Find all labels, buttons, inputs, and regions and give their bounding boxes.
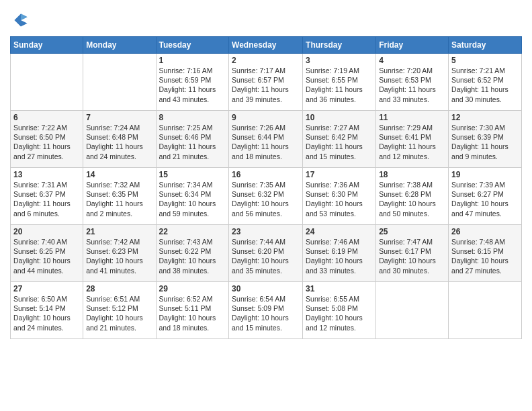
day-of-week-header: Tuesday: [156, 37, 229, 54]
calendar-cell: [11, 54, 83, 111]
calendar-cell: 20Sunrise: 7:40 AM Sunset: 6:25 PM Dayli…: [11, 225, 83, 282]
calendar-cell: [376, 282, 449, 339]
day-number: 16: [232, 170, 300, 179]
calendar-cell: 27Sunrise: 6:50 AM Sunset: 5:14 PM Dayli…: [11, 282, 83, 339]
calendar-cell: 14Sunrise: 7:32 AM Sunset: 6:35 PM Dayli…: [83, 168, 156, 225]
day-info: Sunrise: 7:25 AM Sunset: 6:46 PM Dayligh…: [159, 123, 226, 161]
calendar-cell: 3Sunrise: 7:19 AM Sunset: 6:55 PM Daylig…: [303, 54, 376, 111]
day-number: 13: [13, 170, 80, 179]
day-info: Sunrise: 6:51 AM Sunset: 5:12 PM Dayligh…: [86, 294, 152, 332]
day-of-week-header: Wednesday: [229, 37, 303, 54]
day-number: 6: [13, 113, 80, 122]
day-info: Sunrise: 7:24 AM Sunset: 6:48 PM Dayligh…: [86, 123, 152, 161]
calendar-cell: 17Sunrise: 7:36 AM Sunset: 6:30 PM Dayli…: [303, 168, 376, 225]
day-info: Sunrise: 6:50 AM Sunset: 5:14 PM Dayligh…: [13, 294, 80, 332]
day-info: Sunrise: 7:36 AM Sunset: 6:30 PM Dayligh…: [306, 180, 373, 218]
day-info: Sunrise: 7:46 AM Sunset: 6:19 PM Dayligh…: [306, 237, 373, 275]
calendar-cell: 28Sunrise: 6:51 AM Sunset: 5:12 PM Dayli…: [83, 282, 156, 339]
day-number: 30: [232, 284, 300, 293]
day-number: 28: [86, 284, 152, 293]
calendar-cell: 24Sunrise: 7:46 AM Sunset: 6:19 PM Dayli…: [303, 225, 376, 282]
day-of-week-header: Saturday: [449, 37, 522, 54]
day-number: 15: [159, 170, 226, 179]
day-info: Sunrise: 7:30 AM Sunset: 6:39 PM Dayligh…: [451, 123, 519, 161]
calendar-cell: 31Sunrise: 6:55 AM Sunset: 5:08 PM Dayli…: [303, 282, 376, 339]
calendar-cell: 5Sunrise: 7:21 AM Sunset: 6:52 PM Daylig…: [449, 54, 522, 111]
day-info: Sunrise: 7:43 AM Sunset: 6:22 PM Dayligh…: [159, 237, 226, 275]
calendar-cell: 25Sunrise: 7:47 AM Sunset: 6:17 PM Dayli…: [376, 225, 449, 282]
day-number: 8: [159, 113, 226, 122]
day-number: 20: [13, 227, 80, 236]
day-info: Sunrise: 7:31 AM Sunset: 6:37 PM Dayligh…: [13, 180, 80, 218]
day-number: 4: [379, 56, 445, 65]
calendar-cell: 18Sunrise: 7:38 AM Sunset: 6:28 PM Dayli…: [376, 168, 449, 225]
day-info: Sunrise: 7:38 AM Sunset: 6:28 PM Dayligh…: [379, 180, 445, 218]
calendar-cell: 8Sunrise: 7:25 AM Sunset: 6:46 PM Daylig…: [156, 111, 229, 168]
day-number: 18: [379, 170, 445, 179]
day-info: Sunrise: 7:20 AM Sunset: 6:53 PM Dayligh…: [379, 66, 445, 104]
day-info: Sunrise: 7:39 AM Sunset: 6:27 PM Dayligh…: [451, 180, 519, 218]
day-of-week-header: Thursday: [303, 37, 376, 54]
day-info: Sunrise: 7:35 AM Sunset: 6:32 PM Dayligh…: [232, 180, 300, 218]
calendar-cell: 16Sunrise: 7:35 AM Sunset: 6:32 PM Dayli…: [229, 168, 303, 225]
day-info: Sunrise: 7:19 AM Sunset: 6:55 PM Dayligh…: [306, 66, 373, 104]
day-number: 2: [232, 56, 300, 65]
calendar-cell: 1Sunrise: 7:16 AM Sunset: 6:59 PM Daylig…: [156, 54, 229, 111]
day-info: Sunrise: 6:52 AM Sunset: 5:11 PM Dayligh…: [159, 294, 226, 332]
day-info: Sunrise: 7:34 AM Sunset: 6:34 PM Dayligh…: [159, 180, 226, 218]
calendar-cell: 29Sunrise: 6:52 AM Sunset: 5:11 PM Dayli…: [156, 282, 229, 339]
calendar-cell: 10Sunrise: 7:27 AM Sunset: 6:42 PM Dayli…: [303, 111, 376, 168]
day-number: 17: [306, 170, 373, 179]
day-number: 14: [86, 170, 152, 179]
day-number: 7: [86, 113, 152, 122]
day-info: Sunrise: 7:44 AM Sunset: 6:20 PM Dayligh…: [232, 237, 300, 275]
calendar-cell: 30Sunrise: 6:54 AM Sunset: 5:09 PM Dayli…: [229, 282, 303, 339]
calendar-cell: 15Sunrise: 7:34 AM Sunset: 6:34 PM Dayli…: [156, 168, 229, 225]
day-number: 23: [232, 227, 300, 236]
calendar-cell: 22Sunrise: 7:43 AM Sunset: 6:22 PM Dayli…: [156, 225, 229, 282]
calendar-week-row: 13Sunrise: 7:31 AM Sunset: 6:37 PM Dayli…: [11, 168, 522, 225]
calendar-week-row: 6Sunrise: 7:22 AM Sunset: 6:50 PM Daylig…: [11, 111, 522, 168]
day-info: Sunrise: 7:40 AM Sunset: 6:25 PM Dayligh…: [13, 237, 80, 275]
calendar-cell: 7Sunrise: 7:24 AM Sunset: 6:48 PM Daylig…: [83, 111, 156, 168]
day-number: 22: [159, 227, 226, 236]
calendar-table: SundayMondayTuesdayWednesdayThursdayFrid…: [10, 36, 522, 339]
day-number: 3: [306, 56, 373, 65]
day-info: Sunrise: 7:27 AM Sunset: 6:42 PM Dayligh…: [306, 123, 373, 161]
day-number: 21: [86, 227, 152, 236]
day-of-week-header: Sunday: [11, 37, 83, 54]
calendar-cell: 11Sunrise: 7:29 AM Sunset: 6:41 PM Dayli…: [376, 111, 449, 168]
day-info: Sunrise: 7:47 AM Sunset: 6:17 PM Dayligh…: [379, 237, 445, 275]
day-number: 19: [451, 170, 519, 179]
calendar-week-row: 1Sunrise: 7:16 AM Sunset: 6:59 PM Daylig…: [11, 54, 522, 111]
day-number: 9: [232, 113, 300, 122]
day-info: Sunrise: 7:17 AM Sunset: 6:57 PM Dayligh…: [232, 66, 300, 104]
logo-icon: [10, 9, 32, 31]
day-number: 29: [159, 284, 226, 293]
day-info: Sunrise: 7:29 AM Sunset: 6:41 PM Dayligh…: [379, 123, 445, 161]
logo: [10, 9, 34, 31]
day-number: 1: [159, 56, 226, 65]
calendar-cell: 6Sunrise: 7:22 AM Sunset: 6:50 PM Daylig…: [11, 111, 83, 168]
calendar-week-row: 27Sunrise: 6:50 AM Sunset: 5:14 PM Dayli…: [11, 282, 522, 339]
calendar-cell: 26Sunrise: 7:48 AM Sunset: 6:15 PM Dayli…: [449, 225, 522, 282]
day-info: Sunrise: 7:26 AM Sunset: 6:44 PM Dayligh…: [232, 123, 300, 161]
calendar-cell: 19Sunrise: 7:39 AM Sunset: 6:27 PM Dayli…: [449, 168, 522, 225]
day-info: Sunrise: 7:42 AM Sunset: 6:23 PM Dayligh…: [86, 237, 152, 275]
day-info: Sunrise: 7:32 AM Sunset: 6:35 PM Dayligh…: [86, 180, 152, 218]
day-info: Sunrise: 7:22 AM Sunset: 6:50 PM Dayligh…: [13, 123, 80, 161]
calendar-cell: [83, 54, 156, 111]
calendar-cell: 12Sunrise: 7:30 AM Sunset: 6:39 PM Dayli…: [449, 111, 522, 168]
calendar-cell: [449, 282, 522, 339]
day-info: Sunrise: 6:55 AM Sunset: 5:08 PM Dayligh…: [306, 294, 373, 332]
day-number: 24: [306, 227, 373, 236]
calendar-week-row: 20Sunrise: 7:40 AM Sunset: 6:25 PM Dayli…: [11, 225, 522, 282]
day-of-week-header: Friday: [376, 37, 449, 54]
day-number: 5: [451, 56, 519, 65]
calendar-cell: 9Sunrise: 7:26 AM Sunset: 6:44 PM Daylig…: [229, 111, 303, 168]
day-info: Sunrise: 7:48 AM Sunset: 6:15 PM Dayligh…: [451, 237, 519, 275]
page: SundayMondayTuesdayWednesdayThursdayFrid…: [0, 0, 532, 411]
day-info: Sunrise: 7:21 AM Sunset: 6:52 PM Dayligh…: [451, 66, 519, 104]
calendar-cell: 13Sunrise: 7:31 AM Sunset: 6:37 PM Dayli…: [11, 168, 83, 225]
day-number: 26: [451, 227, 519, 236]
